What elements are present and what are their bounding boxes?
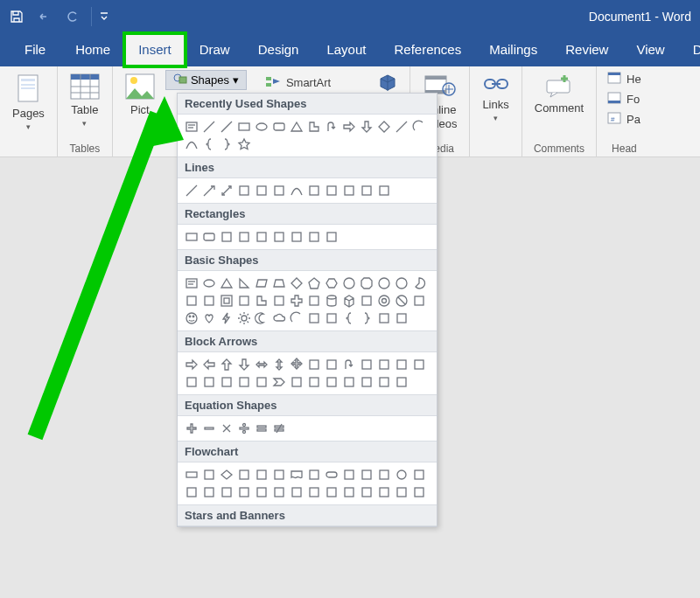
tab-view[interactable]: View — [622, 33, 678, 66]
shape-l-shape[interactable] — [305, 118, 323, 136]
pictures-button[interactable]: Pict — [120, 70, 160, 121]
svg-rect-3 — [21, 87, 35, 89]
group-links-label — [477, 140, 514, 155]
redo-button[interactable] — [63, 7, 82, 26]
shape-down-arrow[interactable] — [358, 118, 375, 136]
svg-rect-1 — [21, 79, 35, 81]
svg-rect-15 — [266, 83, 271, 87]
smartart-label: SmartArt — [286, 76, 331, 89]
comment-label: Comment — [535, 101, 584, 115]
page-number-icon: # — [607, 112, 621, 127]
shapes-label: Shapes — [191, 73, 229, 87]
svg-rect-23 — [547, 80, 570, 93]
table-button[interactable]: Table ▾ — [65, 70, 105, 131]
header-button[interactable]: He — [604, 70, 645, 88]
group-header-footer-label: Head — [604, 140, 645, 155]
tab-developer[interactable]: Dev — [679, 33, 700, 66]
title-bar: Document1 - Word — [0, 0, 700, 33]
group-comments: Comment Comments — [522, 66, 597, 156]
footer-icon — [607, 92, 621, 107]
group-header-footer: He Fo #Pa Head — [597, 66, 652, 156]
pictures-label: Pict — [130, 103, 150, 117]
shape-curve[interactable] — [183, 136, 200, 153]
pages-button[interactable]: Pages ▾ — [7, 70, 50, 135]
shape-text-box[interactable] — [183, 118, 200, 136]
smartart-button[interactable]: SmartArt — [262, 73, 334, 93]
svg-rect-37 — [274, 123, 284, 130]
save-button[interactable] — [7, 7, 26, 26]
page-icon — [16, 73, 40, 103]
group-comments-label: Comments — [529, 140, 589, 155]
footer-button[interactable]: Fo — [604, 90, 643, 108]
header-icon — [607, 72, 621, 87]
tab-file[interactable]: File — [9, 33, 61, 66]
shape-line[interactable] — [200, 118, 218, 136]
shapes-cat-lines: Lines — [178, 156, 437, 157]
shapes-button[interactable]: Shapes ▾ — [165, 70, 247, 90]
shapes-icon — [173, 73, 187, 87]
svg-rect-17 — [425, 76, 446, 80]
window-title: Document1 - Word — [589, 10, 691, 24]
shapes-dropdown-panel: Recently Used Shapes Lines Rectangles Ba… — [177, 93, 438, 157]
group-links: Links ▾ — [470, 66, 522, 156]
svg-line-38 — [396, 122, 407, 132]
dropdown-caret-icon: ▾ — [26, 122, 31, 131]
tab-review[interactable]: Review — [551, 33, 622, 66]
link-icon — [483, 73, 509, 94]
shape-rounded-rect[interactable] — [270, 118, 288, 136]
group-tables-label: Tables — [65, 140, 105, 155]
svg-line-34 — [221, 122, 232, 132]
shape-right-arrow[interactable] — [340, 118, 358, 136]
group-tables: Table ▾ Tables — [58, 66, 113, 156]
svg-rect-13 — [179, 77, 186, 83]
svg-rect-2 — [21, 84, 35, 86]
shapes-grid-recent — [178, 115, 437, 156]
pages-label: Pages — [12, 107, 45, 121]
svg-rect-30 — [186, 122, 197, 131]
svg-line-33 — [204, 122, 214, 132]
shape-line[interactable] — [393, 118, 410, 136]
dropdown-caret-icon: ▾ — [82, 119, 87, 128]
page-number-button[interactable]: #Pa — [604, 110, 644, 129]
comment-button[interactable]: Comment — [529, 70, 589, 119]
shape-star[interactable] — [235, 136, 253, 153]
comment-icon — [545, 73, 573, 98]
shape-triangle[interactable] — [288, 118, 305, 136]
smartart-icon — [265, 74, 281, 91]
shape-left-brace[interactable] — [200, 136, 218, 153]
svg-rect-35 — [239, 123, 249, 130]
tab-layout[interactable]: Layout — [312, 33, 380, 66]
tab-mailings[interactable]: Mailings — [475, 33, 551, 66]
shape-rectangle[interactable] — [235, 118, 253, 136]
shape-right-brace[interactable] — [218, 136, 235, 153]
pictures-icon — [125, 73, 155, 100]
undo-button[interactable] — [35, 7, 54, 26]
svg-point-11 — [130, 77, 137, 84]
tab-home[interactable]: Home — [61, 33, 124, 66]
svg-text:#: # — [611, 115, 615, 123]
svg-rect-5 — [71, 74, 99, 80]
links-label: Links — [482, 98, 508, 112]
table-label: Table — [71, 103, 98, 117]
shape-diamond[interactable] — [375, 118, 393, 136]
group-pages: Pages ▾ — [0, 66, 58, 156]
table-icon — [70, 73, 100, 100]
svg-point-36 — [256, 123, 267, 130]
shape-arc[interactable] — [410, 118, 428, 136]
ribbon-tabs: File Home Insert Draw Design Layout Refe… — [0, 33, 700, 66]
shape-oval[interactable] — [253, 118, 270, 136]
tab-references[interactable]: References — [380, 33, 475, 66]
shapes-cat-recent: Recently Used Shapes — [178, 94, 437, 115]
cube-icon — [378, 73, 397, 93]
tab-draw[interactable]: Draw — [186, 33, 244, 66]
group-pages-label — [7, 140, 50, 155]
svg-rect-14 — [266, 77, 271, 80]
dropdown-caret-icon: ▾ — [494, 114, 498, 122]
qat-customize-button[interactable] — [91, 7, 110, 26]
tab-design[interactable]: Design — [244, 33, 313, 66]
shape-line[interactable] — [218, 118, 235, 136]
svg-rect-27 — [608, 101, 620, 103]
shape-u-turn-arrow[interactable] — [323, 118, 340, 136]
tab-insert[interactable]: Insert — [124, 33, 186, 66]
links-button[interactable]: Links ▾ — [477, 70, 514, 126]
